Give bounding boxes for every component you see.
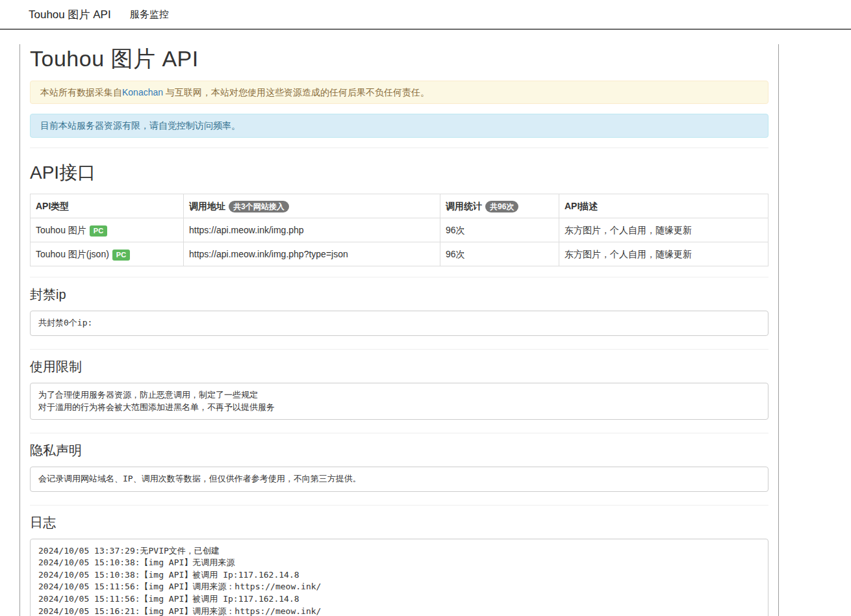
navbar-link-service-monitor[interactable]: 服务监控 (130, 8, 169, 21)
header-type-label: API类型 (36, 201, 69, 211)
platform-pc-label: PC (112, 250, 130, 261)
api-table-header-stats: 调用统计共96次 (440, 194, 559, 218)
log-line: 2024/10/05 15:10:38:【img API】无调用来源 (38, 557, 760, 569)
api-table-header-row: API类型 调用地址共3个网站接入 调用统计共96次 API描述 (31, 194, 768, 218)
divider (30, 277, 768, 277)
api-type-label: Touhou 图片 (36, 225, 86, 235)
api-stats-cell: 96次 (440, 242, 559, 266)
divider (30, 148, 768, 148)
divider (30, 349, 768, 350)
disclaimer-alert: 本站所有数据采集自Konachan 与互联网，本站对您使用这些资源造成的任何后果… (30, 81, 768, 104)
api-url-cell: https://api.meow.ink/img.php (184, 218, 440, 242)
api-desc-cell: 东方图片，个人自用，随缘更新 (559, 218, 768, 242)
page-container: Touhou 图片 API 本站所有数据采集自Konachan 与互联网，本站对… (19, 44, 779, 616)
divider (30, 433, 768, 433)
total-calls-badge: 共96次 (485, 201, 518, 212)
api-table-header-type: API类型 (31, 194, 184, 218)
api-table-header-desc: API描述 (559, 194, 768, 218)
api-url-cell: https://api.meow.ink/img.php?type=json (184, 242, 440, 266)
log-line: 2024/10/05 13:37:29:无PVIP文件，已创建 (38, 545, 760, 558)
usage-section-heading: 使用限制 (30, 358, 768, 376)
divider (30, 505, 768, 506)
api-table-row: Touhou 图片PC https://api.meow.ink/img.php… (31, 218, 768, 242)
platform-pc-label: PC (90, 225, 107, 237)
api-type-label: Touhou 图片(json) (36, 249, 109, 259)
log-section-heading: 日志 (30, 514, 768, 532)
banned-ip-box: 共封禁0个ip: (30, 311, 768, 336)
konachan-link[interactable]: Konachan (122, 87, 163, 97)
api-table: API类型 调用地址共3个网站接入 调用统计共96次 API描述 Touhou … (30, 194, 768, 267)
ban-section-heading: 封禁ip (30, 286, 768, 303)
log-line: 2024/10/05 15:11:56:【img API】调用来源：https:… (38, 581, 760, 593)
navbar-brand[interactable]: Touhou 图片 API (29, 7, 111, 22)
sites-count-badge: 共3个网站接入 (229, 201, 289, 212)
usage-limit-box: 为了合理使用服务器资源，防止恶意调用，制定了一些规定对于滥用的行为将会被大范围添… (30, 383, 768, 420)
usage-limit-line: 对于滥用的行为将会被大范围添加进黑名单，不再予以提供服务 (38, 402, 760, 414)
usage-limit-line: 为了合理使用服务器资源，防止恶意调用，制定了一些规定 (38, 389, 760, 402)
top-navbar: Touhou 图片 API 服务监控 (0, 0, 851, 30)
privacy-section-heading: 隐私声明 (30, 442, 768, 459)
page-title: Touhou 图片 API (30, 44, 768, 74)
api-type-cell: Touhou 图片(json)PC (31, 242, 184, 266)
log-box: 2024/10/05 13:37:29:无PVIP文件，已创建2024/10/0… (30, 539, 768, 616)
header-desc-label: API描述 (565, 201, 598, 211)
api-table-header-url: 调用地址共3个网站接入 (184, 194, 440, 218)
api-stats-cell: 96次 (440, 218, 559, 242)
privacy-box: 会记录调用网站域名、IP、调用次数等数据，但仅供作者参考使用，不向第三方提供。 (30, 467, 768, 492)
api-section-heading: API接口 (30, 160, 768, 185)
disclaimer-text-suffix: 与互联网，本站对您使用这些资源造成的任何后果不负任何责任。 (163, 87, 429, 97)
resource-notice-alert: 目前本站服务器资源有限，请自觉控制访问频率。 (30, 114, 768, 137)
header-stats-label: 调用统计 (446, 201, 482, 211)
api-table-row: Touhou 图片(json)PC https://api.meow.ink/i… (31, 242, 768, 266)
header-url-label: 调用地址 (189, 201, 225, 211)
api-desc-cell: 东方图片，个人自用，随缘更新 (559, 242, 768, 266)
log-line: 2024/10/05 15:10:38:【img API】被调用 Ip:117.… (38, 569, 760, 582)
disclaimer-text-prefix: 本站所有数据采集自 (40, 87, 122, 97)
api-type-cell: Touhou 图片PC (31, 218, 184, 242)
log-line: 2024/10/05 15:11:56:【img API】被调用 Ip:117.… (38, 593, 760, 606)
log-line: 2024/10/05 15:16:21:【img API】调用来源：https:… (38, 606, 760, 616)
